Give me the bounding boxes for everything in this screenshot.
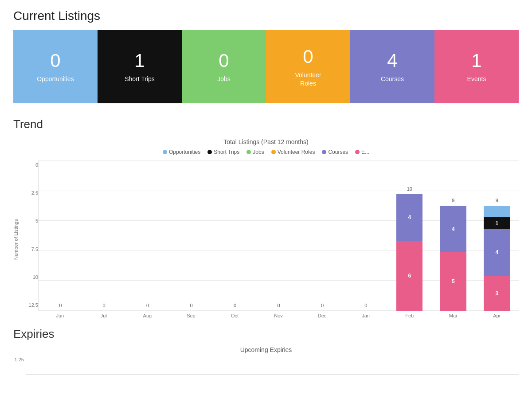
expiries-chart-title: Upcoming Expiries xyxy=(13,346,519,353)
page-title: Current Listings xyxy=(13,9,519,23)
legend-courses: Courses xyxy=(322,149,348,155)
x-label-sep: Sep xyxy=(169,313,213,318)
x-label-mar: Mar xyxy=(431,313,475,318)
bar-group-aug: 0 xyxy=(126,165,169,311)
x-label-dec: Dec xyxy=(300,313,344,318)
bar-total-dec: 0 xyxy=(309,303,335,308)
y-axis-numbers: 12.5 10 7.5 5 2.5 0 xyxy=(26,160,38,318)
bar-segment-apr-short-trips: 1 xyxy=(484,217,510,229)
card-volunteer-roles[interactable]: 0 VolunteerRoles xyxy=(266,30,350,103)
courses-count: 4 xyxy=(387,50,397,71)
trend-chart: Total Listings (Past 12 months) Opportun… xyxy=(13,138,519,318)
legend-dot-courses xyxy=(322,150,326,154)
legend-dot-opportunities xyxy=(163,150,167,154)
trend-section: Trend Total Listings (Past 12 months) Op… xyxy=(13,117,519,318)
legend-dot-volunteer xyxy=(271,150,276,154)
bar-total-aug: 0 xyxy=(135,303,161,308)
trend-chart-title: Total Listings (Past 12 months) xyxy=(13,138,519,145)
bar-total-apr: 9 xyxy=(484,198,510,203)
bar-group-dec: 0 xyxy=(301,165,344,311)
jobs-count: 0 xyxy=(219,50,229,71)
legend-label-courses: Courses xyxy=(328,149,348,155)
legend-dot-events xyxy=(355,150,360,154)
bar-total-nov: 0 xyxy=(266,303,292,308)
expiries-bar-area xyxy=(26,357,519,375)
chart-area: 0 0 0 xyxy=(38,160,519,318)
legend-events: E... xyxy=(355,149,369,155)
bar-total-mar: 9 xyxy=(440,198,466,203)
legend-label-events: E... xyxy=(361,149,369,155)
bar-group-jun: 0 xyxy=(39,165,82,311)
legend-label-volunteer: Volunteer Roles xyxy=(278,149,315,155)
bar-chart-wrapper: Number of Listings 12.5 10 7.5 5 2.5 0 xyxy=(13,160,519,318)
legend-short-trips: Short Trips xyxy=(207,149,239,155)
legend-label-opportunities: Opportunities xyxy=(169,149,200,155)
legend-dot-jobs xyxy=(246,150,251,154)
short-trips-label: Short Trips xyxy=(125,75,155,83)
bar-total-feb: 10 xyxy=(396,186,422,192)
y-axis-label: Number of Listings xyxy=(13,160,24,318)
bar-stack-apr: 9 1 4 3 xyxy=(484,206,510,311)
x-label-nov: Nov xyxy=(257,313,301,318)
expiries-chart-wrapper: 1.25 xyxy=(13,357,519,375)
bar-group-oct: 0 xyxy=(213,165,257,311)
opportunities-count: 0 xyxy=(50,50,60,71)
legend-opportunities: Opportunities xyxy=(163,149,200,155)
x-label-jun: Jun xyxy=(38,313,82,318)
bar-group-jan: 0 xyxy=(344,165,387,311)
x-label-jul: Jul xyxy=(82,313,126,318)
jobs-label: Jobs xyxy=(217,75,231,83)
bar-segment-apr-opportunities xyxy=(484,206,510,217)
bar-total-jun: 0 xyxy=(47,303,74,308)
trend-title: Trend xyxy=(13,117,519,131)
grid-line-125 xyxy=(39,160,519,161)
bar-segment-feb-events: 6 xyxy=(396,241,422,311)
bar-group-sep: 0 xyxy=(169,165,213,311)
listing-cards-row: 0 Opportunities 1 Short Trips 0 Jobs 0 V… xyxy=(13,30,519,103)
short-trips-count: 1 xyxy=(134,50,145,71)
card-events[interactable]: 1 Events xyxy=(434,30,519,103)
bar-total-jan: 0 xyxy=(353,303,379,308)
bar-segment-mar-courses: 4 xyxy=(440,206,466,252)
x-label-oct: Oct xyxy=(213,313,257,318)
bar-group-feb: 10 4 6 xyxy=(388,165,431,311)
expiries-y-tick: 1.25 xyxy=(13,357,26,375)
bar-group-mar: 9 4 5 xyxy=(431,165,475,311)
bar-group-apr: 9 1 4 3 xyxy=(475,165,519,311)
legend-label-jobs: Jobs xyxy=(253,149,264,155)
volunteer-label: VolunteerRoles xyxy=(295,71,321,87)
bars-area: 0 0 0 xyxy=(38,160,519,311)
x-labels: Jun Jul Aug Sep Oct Nov Dec Jan Feb Mar … xyxy=(38,313,519,318)
card-jobs[interactable]: 0 Jobs xyxy=(182,30,266,103)
expiries-title: Expiries xyxy=(13,327,519,341)
bar-segment-apr-courses: 4 xyxy=(484,229,510,276)
bar-stack-mar: 9 4 5 xyxy=(440,206,466,311)
events-label: Events xyxy=(467,75,486,83)
legend-volunteer: Volunteer Roles xyxy=(271,149,315,155)
card-short-trips[interactable]: 1 Short Trips xyxy=(98,30,182,103)
chart-legend: Opportunities Short Trips Jobs Volunteer… xyxy=(13,149,519,155)
bar-total-sep: 0 xyxy=(178,303,204,308)
bar-total-jul: 0 xyxy=(91,303,117,308)
bar-group-jul: 0 xyxy=(82,165,125,311)
legend-jobs: Jobs xyxy=(246,149,264,155)
events-count: 1 xyxy=(471,50,481,71)
x-label-jan: Jan xyxy=(344,313,388,318)
opportunities-label: Opportunities xyxy=(37,75,74,83)
bar-segment-feb-courses: 4 xyxy=(396,194,422,241)
bar-total-oct: 0 xyxy=(222,303,248,308)
bar-segment-apr-events: 3 xyxy=(484,276,510,311)
x-label-aug: Aug xyxy=(125,313,169,318)
bar-segment-mar-events: 5 xyxy=(440,252,466,311)
x-label-apr: Apr xyxy=(475,313,519,318)
volunteer-count: 0 xyxy=(303,46,313,67)
main-page: Current Listings 0 Opportunities 1 Short… xyxy=(0,0,532,383)
expiries-section: Expiries Upcoming Expiries 1.25 xyxy=(13,327,519,375)
courses-label: Courses xyxy=(381,75,404,83)
card-courses[interactable]: 4 Courses xyxy=(350,30,434,103)
card-opportunities[interactable]: 0 Opportunities xyxy=(13,30,98,103)
legend-dot-short-trips xyxy=(207,150,212,154)
x-label-feb: Feb xyxy=(387,313,431,318)
bar-stack-feb: 10 4 6 xyxy=(396,194,422,311)
bar-group-nov: 0 xyxy=(257,165,300,311)
